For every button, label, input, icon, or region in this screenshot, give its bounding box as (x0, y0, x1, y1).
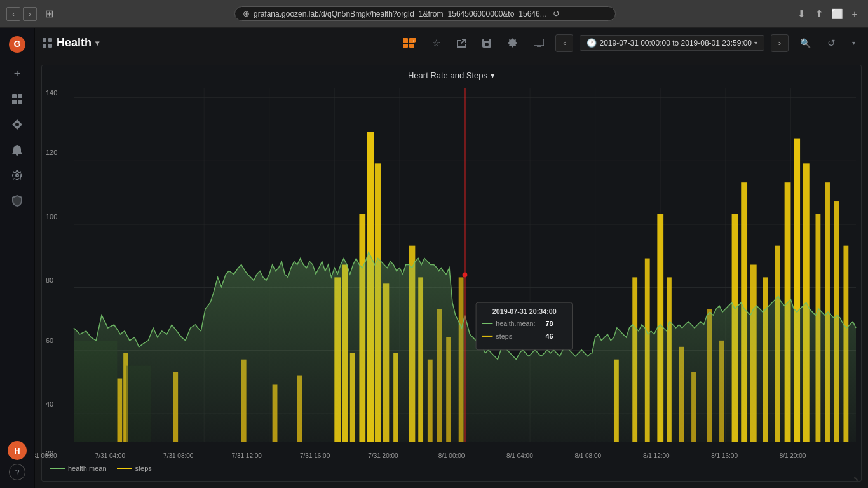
forward-button[interactable]: › (23, 7, 37, 21)
sidebar-item-add[interactable]: + (6, 62, 29, 85)
sidebar-item-settings[interactable] (6, 164, 29, 187)
legend-health-mean-swatch (50, 468, 65, 469)
panel-title-caret: ▾ (491, 71, 495, 80)
x-label-8: 8/1 08:00 (574, 452, 601, 459)
x-label-10: 8/1 16:00 (711, 452, 738, 459)
legend-steps[interactable]: steps (117, 464, 152, 472)
panel-area: Heart Rate and Steps ▾ 140 120 100 80 60… (35, 58, 868, 488)
svg-rect-2 (12, 94, 17, 98)
x-label-9: 8/1 12:00 (643, 452, 670, 459)
chart-svg[interactable]: 2019-07-31 20:34:00 health.mean: 78 step… (74, 88, 856, 442)
user-avatar[interactable]: H (8, 441, 27, 460)
legend-steps-swatch (117, 468, 132, 469)
y-label-140: 140 (46, 89, 57, 97)
x-label-0: 7/31 00:00 (35, 452, 57, 459)
svg-text:2019-07-31 20:34:00: 2019-07-31 20:34:00 (492, 308, 557, 315)
time-range-caret: ▾ (754, 39, 757, 46)
svg-rect-9 (48, 38, 52, 42)
sidebar-item-alerting[interactable] (6, 139, 29, 161)
x-label-6: 8/1 00:00 (438, 452, 465, 459)
panel-title-text: Heart Rate and Steps (408, 71, 487, 80)
chart-container: 140 120 100 80 60 40 20 (42, 85, 861, 461)
dashboard-name: Health (57, 36, 92, 50)
legend-steps-label: steps (135, 464, 152, 472)
app: G + (0, 28, 868, 488)
sidebar-item-dashboard[interactable] (6, 88, 29, 111)
refresh-button[interactable]: ↺ (822, 34, 841, 53)
x-label-2: 7/31 08:00 (163, 452, 193, 459)
svg-point-83 (463, 272, 468, 277)
y-label-80: 80 (46, 276, 53, 284)
y-label-100: 100 (46, 213, 57, 220)
svg-rect-18 (534, 39, 544, 46)
url-text: grafana.goozen.lab/d/qQn5nBmgk/health?or… (254, 10, 546, 18)
time-range-display: 2019-07-31 00:00:00 to 2019-08-01 23:59:… (599, 39, 752, 48)
save-button[interactable] (477, 35, 496, 51)
time-next-button[interactable]: › (771, 34, 789, 52)
svg-rect-10 (43, 44, 46, 48)
share-button[interactable] (452, 35, 471, 51)
svg-rect-15 (409, 44, 414, 48)
settings-button[interactable] (503, 34, 522, 51)
sidebar-item-shield[interactable] (6, 189, 29, 212)
svg-point-7 (15, 123, 19, 126)
panel-header: Heart Rate and Steps ▾ (42, 65, 861, 85)
browser-toolbar: ⬇ ⬆ ⬜ + (794, 7, 862, 21)
svg-rect-4 (12, 100, 17, 104)
browser-chrome: ‹ › ⊞ ⊕ grafana.goozen.lab/d/qQn5nBmgk/h… (0, 0, 868, 28)
dashboard-title[interactable]: Health ▾ (43, 36, 99, 50)
svg-rect-3 (18, 94, 22, 98)
x-label-7: 8/1 04:00 (506, 452, 533, 459)
svg-text:G: G (14, 39, 21, 49)
sidebar-item-help[interactable]: ? (9, 464, 25, 480)
y-label-60: 60 (46, 337, 53, 344)
svg-text:steps:: steps: (496, 332, 514, 340)
x-label-3: 7/31 12:00 (232, 452, 262, 459)
refresh-dropdown-button[interactable]: ▾ (847, 36, 860, 50)
share-btn[interactable]: ⬆ (812, 7, 826, 21)
browser-nav-buttons: ‹ › (6, 7, 37, 21)
svg-text:78: 78 (546, 320, 553, 327)
time-range-picker[interactable]: 🕐 2019-07-31 00:00:00 to 2019-08-01 23:5… (580, 35, 764, 51)
svg-rect-14 (403, 44, 408, 48)
svg-rect-8 (43, 38, 46, 42)
heart-rate-panel: Heart Rate and Steps ▾ 140 120 100 80 60… (41, 65, 862, 482)
new-tab-btn[interactable]: ⬜ (830, 7, 844, 21)
chart-legend: health.mean steps (42, 461, 861, 476)
x-label-4: 7/31 16:00 (300, 452, 330, 459)
address-bar[interactable]: ⊕ grafana.goozen.lab/d/qQn5nBmgk/health?… (234, 6, 616, 21)
sidebar: G + (0, 28, 35, 488)
grafana-logo[interactable]: G (6, 33, 29, 56)
x-label-11: 8/1 20:00 (780, 452, 806, 459)
svg-text:health.mean:: health.mean: (496, 320, 535, 327)
add-panel-button[interactable]: + (398, 34, 421, 52)
back-button[interactable]: ‹ (6, 7, 20, 21)
sidebar-bottom: H ? (8, 441, 27, 488)
y-label-40: 40 (46, 400, 53, 408)
time-prev-button[interactable]: ‹ (555, 34, 573, 52)
sidebar-item-explore[interactable] (6, 113, 29, 136)
svg-text:46: 46 (546, 332, 553, 340)
y-label-120: 120 (46, 149, 57, 156)
tv-mode-button[interactable] (529, 35, 549, 51)
x-label-5: 7/31 20:00 (368, 452, 398, 459)
dashboard-dropdown-caret: ▾ (95, 39, 99, 48)
resize-icon: ⤡ (853, 475, 858, 482)
svg-rect-5 (18, 100, 22, 104)
zoom-out-button[interactable]: 🔍 (795, 34, 816, 52)
more-btn[interactable]: + (848, 7, 862, 21)
resize-handle[interactable]: ⤡ (42, 476, 861, 481)
svg-rect-11 (48, 44, 52, 48)
browser-page-icon: ⊞ (42, 7, 56, 21)
download-btn[interactable]: ⬇ (794, 7, 808, 21)
star-button[interactable]: ☆ (427, 34, 445, 53)
legend-health-mean-label: health.mean (68, 464, 107, 472)
main-content: Health ▾ + ☆ (35, 28, 868, 488)
svg-text:+: + (413, 39, 416, 43)
panel-title[interactable]: Heart Rate and Steps ▾ (408, 71, 495, 80)
time-range-icon: 🕐 (587, 38, 597, 48)
svg-rect-12 (403, 38, 408, 43)
x-label-1: 7/31 04:00 (95, 452, 125, 459)
legend-health-mean[interactable]: health.mean (50, 464, 107, 472)
topbar: Health ▾ + ☆ (35, 28, 868, 58)
